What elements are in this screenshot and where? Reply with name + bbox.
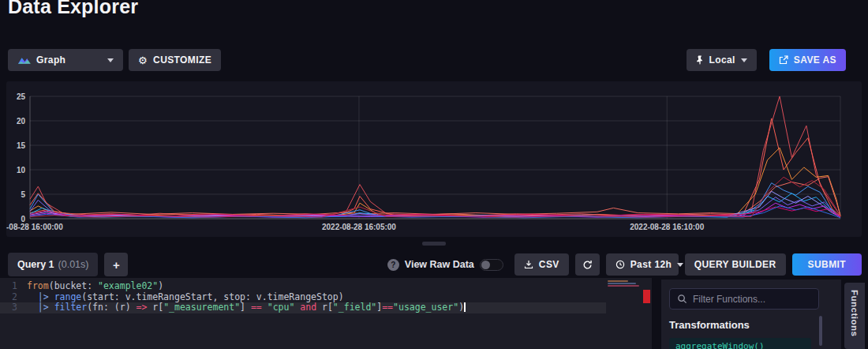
svg-text:15: 15 [17,141,26,150]
time-range-label: Past 12h [630,259,672,270]
code-line[interactable]: 1from(bucket: "example02") [0,281,606,292]
query-tab[interactable]: Query 1 (0.01s) [8,253,98,276]
svg-text:20: 20 [17,117,26,126]
functions-section-title: Transformations [669,319,750,331]
time-range-dropdown[interactable]: Past 12h [606,253,679,276]
gear-icon: ⚙ [138,55,148,66]
query-builder-button[interactable]: QUERY BUILDER [685,253,786,276]
view-raw-data-toggle[interactable] [480,259,503,271]
customize-button[interactable]: ⚙ CUSTOMIZE [129,49,221,71]
code-line[interactable]: 2 |> range(start: v.timeRangeStart, stop… [0,292,606,303]
add-query-button[interactable]: + [104,253,128,276]
page-title: Data Explorer [8,0,138,18]
svg-text:25: 25 [17,92,26,101]
time-series-chart[interactable]: 0510152025-08-28 16:00:002022-08-28 16:0… [6,81,862,237]
local-dropdown[interactable]: Local [687,49,757,71]
graph-type-icon [17,55,31,65]
save-as-button[interactable]: SAVE AS [769,49,846,71]
functions-sidebar-tab[interactable]: Functions [844,283,865,349]
refresh-icon [582,260,593,270]
svg-text:0: 0 [21,215,25,223]
search-icon [677,294,687,304]
pin-icon [696,55,704,65]
query-toolbar: Query 1 (0.01s) + ? View Raw Data CSV [8,253,862,276]
svg-text:2022-08-28 16:10:00: 2022-08-28 16:10:00 [630,223,704,231]
refresh-button[interactable] [575,253,600,276]
text-cursor [464,302,466,312]
pane-resize-handle[interactable] [422,242,446,246]
svg-text:5: 5 [21,190,25,199]
functions-panel: Transformations aggregateWindow() [661,280,841,349]
svg-text:10: 10 [17,166,26,174]
view-raw-data-group: ? View Raw Data [387,259,503,271]
top-toolbar: Graph ⚙ CUSTOMIZE Local SAVE AS [8,49,846,71]
filter-functions-searchbox[interactable] [669,288,819,310]
svg-text:2022-08-28 16:05:00: 2022-08-28 16:05:00 [322,223,396,231]
chevron-down-icon [677,263,683,267]
code-lines: 1from(bucket: "example02")2 |> range(sta… [0,281,606,313]
submit-button[interactable]: SUBMIT [792,253,862,276]
chevron-down-icon [107,58,114,62]
flux-code-editor[interactable]: 1from(bucket: "example02")2 |> range(sta… [0,278,652,349]
csv-download-button[interactable]: CSV [514,253,569,276]
view-type-dropdown[interactable]: Graph [8,49,123,71]
function-list-item[interactable]: aggregateWindow() [669,338,811,349]
local-label: Local [709,54,735,66]
time-series-chart-panel: 0510152025-08-28 16:00:002022-08-28 16:0… [6,81,862,237]
functions-scrollbar[interactable] [819,316,822,346]
editor-minimap[interactable] [606,280,641,349]
data-explorer-page: Data Explorer Graph ⚙ CUSTOMIZE [0,0,868,349]
download-icon [524,260,533,269]
filter-functions-input[interactable] [693,294,815,305]
svg-text:-08-28 16:00:00: -08-28 16:00:00 [6,223,63,231]
code-line[interactable]: 3 |> filter(fn: (r) => r["_measurement"]… [0,302,606,313]
chevron-down-icon [741,58,747,62]
view-type-label: Graph [36,54,102,66]
view-raw-data-label: View Raw Data [405,259,474,270]
export-icon [779,55,788,65]
clock-icon [615,260,625,269]
help-icon[interactable]: ? [387,259,399,271]
overview-ruler-marker [643,290,650,303]
query-duration: (0.01s) [58,259,89,270]
